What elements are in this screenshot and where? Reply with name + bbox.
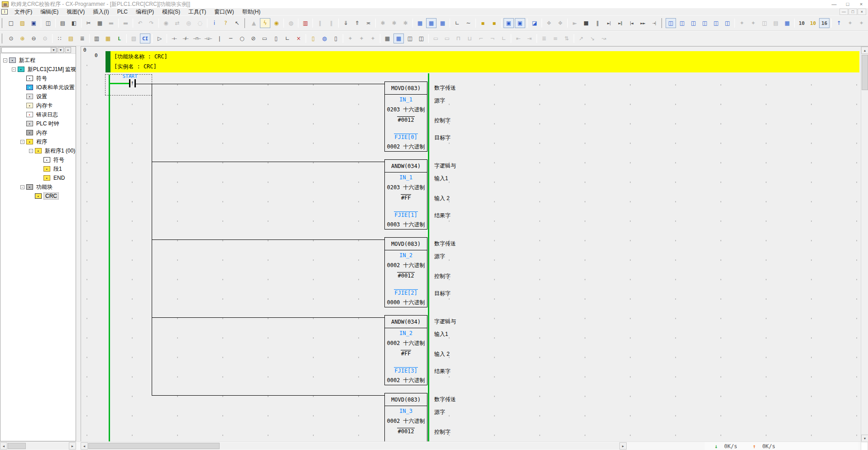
editor-scroll-left-icon[interactable]: ◄	[81, 442, 88, 450]
new-instruction-button[interactable]: ▭	[259, 34, 270, 43]
show-symbols-button[interactable]: ▥	[91, 34, 102, 43]
new-contact-closed-button[interactable]: ⊣/⊢	[180, 34, 191, 43]
tree-item-settings[interactable]: ▪设置	[0, 92, 76, 101]
fb-param-1-button[interactable]: ✦	[345, 34, 355, 43]
list-view-button[interactable]: ≣	[539, 34, 549, 43]
tree-item-label[interactable]: 符号	[52, 156, 66, 164]
print-preview-button[interactable]: ◧	[69, 18, 79, 28]
jump-back-button[interactable]: ↗	[576, 34, 586, 43]
editor-horizontal-scrollbar[interactable]: ◄ ►	[81, 442, 627, 450]
rung-elbow-button[interactable]: ∟	[499, 34, 509, 43]
fb-online-button[interactable]: ◍	[319, 34, 330, 43]
mdi-restore-button[interactable]: □	[849, 9, 857, 15]
tree-item-symbols[interactable]: ▪符号	[0, 155, 76, 164]
find-button[interactable]: ◉	[161, 18, 171, 28]
new-file-button[interactable]: □	[6, 18, 16, 28]
tree-item-plc[interactable]: -▪新PLC1[CJ1M] 监视	[0, 65, 76, 74]
menu-i[interactable]: 插入(I)	[89, 8, 113, 15]
menu-p[interactable]: 编程(P)	[132, 8, 158, 15]
rung-part-1-button[interactable]: ▭	[431, 34, 441, 43]
window-layout-5-button[interactable]: ◫	[711, 18, 721, 28]
undo-button[interactable]: ↶	[135, 18, 145, 28]
force-cancel-button[interactable]: ✱	[400, 18, 411, 28]
compile-check-button[interactable]: ◫	[43, 18, 53, 28]
view-ladder-button[interactable]: ▦	[393, 34, 404, 43]
tree-item-label[interactable]: 功能块	[35, 183, 54, 191]
new-coil-closed-button[interactable]: ⊘	[248, 34, 259, 43]
editor-scroll-right-icon[interactable]: ►	[619, 442, 627, 450]
work-online-button[interactable]: ϟ	[260, 18, 270, 28]
sim-step-out-button[interactable]: |◄	[626, 18, 637, 28]
operand-val[interactable]: 0000 十六进制	[385, 297, 427, 307]
operand-op[interactable]: #0012	[385, 426, 427, 436]
address-reference-button[interactable]: ▧	[129, 34, 139, 43]
operand-val[interactable]: 0002 十六进制	[385, 260, 427, 270]
toolbar-grip[interactable]	[244, 18, 246, 28]
monitor-data-button[interactable]: ▦	[437, 18, 448, 28]
operand-op[interactable]: #FF	[385, 348, 427, 358]
minimize-button[interactable]: —	[827, 0, 841, 8]
monitor-window-2-button[interactable]: ▦	[426, 18, 436, 28]
menu-f[interactable]: 文件(F)	[10, 8, 36, 15]
rung-list-button[interactable]: ≣	[77, 34, 87, 43]
change-all-button[interactable]: ◌	[195, 18, 205, 28]
new-block-end-button[interactable]: ∟	[282, 34, 293, 43]
operand-symop[interactable]: FJIE[2]	[385, 287, 427, 297]
zoom-select-button[interactable]: ⊙	[6, 34, 16, 43]
operand-val[interactable]: 0002 十六进制	[385, 416, 427, 426]
print-button[interactable]: ▤	[58, 18, 68, 28]
tree-item-section[interactable]: ▪END	[0, 173, 76, 182]
online-search-button[interactable]: ◉	[271, 18, 282, 28]
monitor-hex-button[interactable]: 16	[819, 18, 830, 28]
show-monitor-bar-button[interactable]: ▦	[103, 34, 113, 43]
display-diff-button[interactable]: ◪	[529, 18, 540, 28]
vertical-scrollbar[interactable]: ▲ ▼	[861, 47, 868, 442]
tree-item-memory[interactable]: ▪内存	[0, 128, 76, 137]
tree-item-label[interactable]: CRC	[43, 192, 59, 200]
menu-e[interactable]: 编辑(E)	[36, 8, 62, 15]
view-st-button[interactable]: ◫	[416, 34, 427, 43]
set-password-button[interactable]: ▪	[478, 18, 488, 28]
tree-expander-icon[interactable]: -	[20, 185, 24, 189]
operand-sym[interactable]: IN_2	[385, 328, 427, 338]
operand-op[interactable]: #0012	[385, 270, 427, 280]
compare-with-plc-button[interactable]: ≍	[363, 18, 374, 28]
grid-toggle-button[interactable]: ∷	[54, 34, 65, 43]
monitor-window-button[interactable]: ▦	[415, 18, 425, 28]
help-button[interactable]: ?	[221, 18, 231, 28]
new-instruction-2-button[interactable]: ▯	[271, 34, 281, 43]
rung-part-3-button[interactable]: ⊓	[453, 34, 464, 43]
operand-val[interactable]: 0002 十六进制	[385, 375, 427, 385]
tree-scroll-right-icon[interactable]: ►	[69, 442, 76, 450]
open-file-button[interactable]: ▨	[17, 18, 28, 28]
pause-trigger-button[interactable]: ∥	[326, 18, 336, 28]
replace-button[interactable]: ⇄	[172, 18, 182, 28]
tree-item-project[interactable]: -▪新工程	[0, 56, 76, 65]
fb-invoke-button[interactable]: ▯	[308, 34, 318, 43]
menu-v[interactable]: 视图(V)	[62, 8, 89, 15]
instruction-block-andw[interactable]: ANDW(034)IN_10203 十六进制#FFFJIE[1]0003 十六进…	[384, 159, 427, 230]
sim-to-end-button[interactable]: →|	[649, 18, 659, 28]
paste-button[interactable]: ▬	[106, 18, 116, 28]
editor-scroll-thumb[interactable]	[88, 443, 220, 449]
panel-splitter[interactable]	[76, 46, 81, 441]
transfer-from-plc-button[interactable]: ⇑	[352, 18, 362, 28]
operand-sym[interactable]: IN_3	[385, 406, 427, 416]
tool-options-button[interactable]: ✦	[737, 18, 747, 28]
tool-window-button[interactable]: ◫	[759, 18, 770, 28]
operand-sym[interactable]: IN_2	[385, 250, 427, 260]
operand-val[interactable]: 0002 十六进制	[385, 338, 427, 348]
cut-button[interactable]: ✂	[83, 18, 94, 28]
paste-program-button[interactable]: ▬	[120, 18, 131, 28]
select-cursor-button[interactable]: ▷	[154, 34, 165, 43]
find-next-button[interactable]: ◎	[183, 18, 194, 28]
mdi-close-button[interactable]: ×	[858, 9, 866, 15]
tree-expander-icon[interactable]: -	[12, 67, 16, 72]
go-up-arrow-button[interactable]: ↑	[834, 18, 844, 28]
monitor-decimal-button[interactable]: 10	[796, 18, 807, 28]
new-contact-button[interactable]: ⊣⊢	[169, 34, 179, 43]
hand-tool-2-button[interactable]: ✦	[856, 18, 867, 28]
operand-sym[interactable]: IN_1	[385, 95, 427, 105]
tree-horizontal-scrollbar[interactable]: ◄ ►	[0, 442, 76, 450]
tree-item-label[interactable]: 设置	[35, 93, 48, 101]
